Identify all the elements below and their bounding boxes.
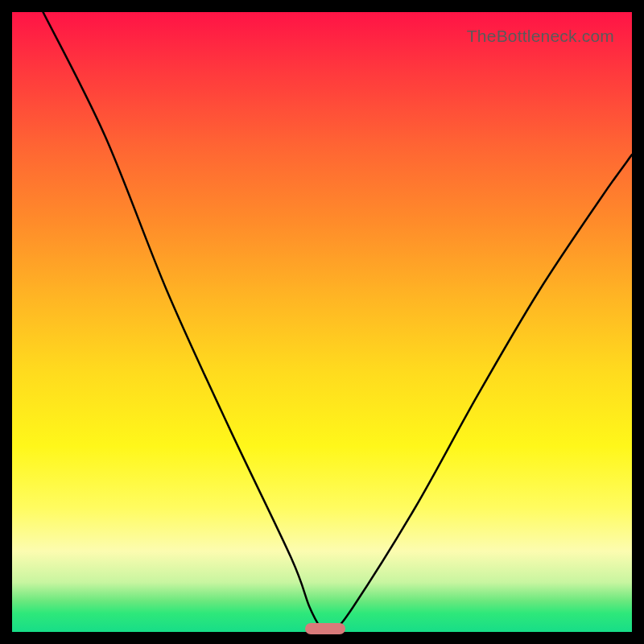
optimum-marker	[305, 623, 345, 634]
plot-area: TheBottleneck.com	[12, 12, 632, 632]
chart-container: TheBottleneck.com	[0, 0, 644, 644]
watermark-text: TheBottleneck.com	[467, 27, 614, 46]
bottleneck-curve	[12, 12, 632, 632]
